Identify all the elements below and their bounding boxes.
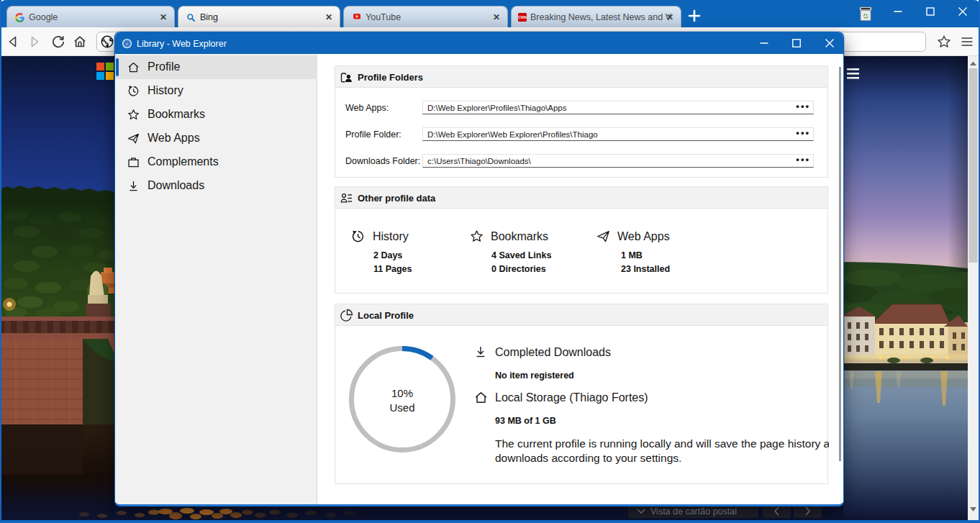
svg-text:CNN: CNN [518, 15, 527, 19]
svg-text:Vista de cartão postal: Vista de cartão postal [650, 506, 737, 517]
